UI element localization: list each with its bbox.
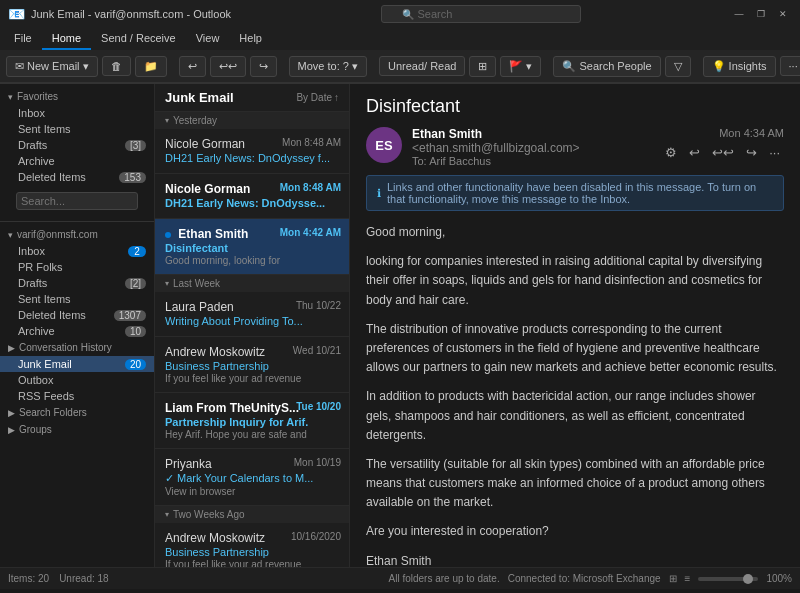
sidebar-item-inbox[interactable]: Inbox 2 — [0, 243, 154, 259]
flag-button[interactable]: 🚩 ▾ — [500, 56, 541, 77]
groups-header[interactable]: ▶ Groups — [0, 421, 154, 438]
sidebar-item-deleted[interactable]: Deleted Items 1307 — [0, 307, 154, 323]
tab-help[interactable]: Help — [229, 28, 272, 50]
sidebar-item-drafts[interactable]: Drafts [2] — [0, 275, 154, 291]
email-item-selected[interactable]: Ethan Smith Disinfectant Good morning, l… — [155, 219, 349, 275]
date-group-yesterday[interactable]: ▾ Yesterday — [155, 112, 349, 129]
email-header-card: ES Ethan Smith <ethan.smith@fullbizgoal.… — [366, 127, 784, 167]
tab-send-receive[interactable]: Send / Receive — [91, 28, 186, 50]
reply-icon: ↩ — [188, 60, 197, 73]
window-controls: — ❐ ✕ — [730, 7, 792, 21]
titlebar-text: Junk Email - varif@onmsft.com - Outlook — [31, 8, 231, 20]
email-item[interactable]: Laura Paden Writing About Providing To..… — [155, 292, 349, 337]
reading-pane: Disinfectant ES Ethan Smith <ethan.smith… — [350, 84, 800, 567]
filter-icon: ▽ — [674, 60, 682, 73]
ribbon-tabs: File Home Send / Receive View Help — [0, 28, 800, 50]
connection-status: Connected to: Microsoft Exchange — [508, 573, 661, 584]
reply-button[interactable]: ↩ — [179, 56, 206, 77]
email-body: Good morning, looking for companies inte… — [366, 223, 784, 567]
sort-arrow-icon: ↑ — [334, 92, 339, 103]
sidebar-item-archive-fav[interactable]: Archive — [0, 153, 154, 169]
toolbar-settings-button[interactable]: ⚙ — [661, 143, 681, 162]
account-header[interactable]: ▾ varif@onmsft.com — [0, 226, 154, 243]
delete-button[interactable]: 🗑 — [102, 56, 131, 76]
filter-button[interactable]: ▽ — [665, 56, 691, 77]
ribbon-buttons: ✉ New Email ▾ 🗑 📁 ↩ ↩↩ ↪ Move to: ? ▾ Un… — [0, 50, 800, 83]
groups-chevron-icon: ▶ — [8, 425, 15, 435]
zoom-slider[interactable] — [698, 577, 758, 581]
restore-button[interactable]: ❐ — [752, 7, 770, 21]
forward-icon: ↪ — [259, 60, 268, 73]
toolbar-more-button[interactable]: ··· — [765, 143, 784, 162]
archive-button[interactable]: 📁 — [135, 56, 167, 77]
email-list-title: Junk Email — [165, 90, 234, 105]
sidebar-item-sent[interactable]: Sent Items — [0, 291, 154, 307]
favorites-header[interactable]: ▾ Favorites — [0, 88, 154, 105]
date-group-twoweeks[interactable]: ▾ Two Weeks Ago — [155, 506, 349, 523]
email-item[interactable]: Liam From TheUnityS... Partnership Inqui… — [155, 393, 349, 449]
titlebar: 📧 Junk Email - varif@onmsft.com - Outloo… — [0, 0, 800, 28]
categorize-icon: ⊞ — [478, 60, 487, 73]
forward-button[interactable]: ↪ — [250, 56, 277, 77]
search-people-button[interactable]: 🔍 Search People — [553, 56, 660, 77]
email-item[interactable]: Andrew Moskowitz Business Partnership If… — [155, 523, 349, 567]
archive-badge: 10 — [125, 326, 146, 337]
reply-all-button[interactable]: ↩↩ — [210, 56, 246, 77]
move-to-button[interactable]: Move to: ? ▾ — [289, 56, 367, 77]
sidebar-item-drafts-fav[interactable]: Drafts [3] — [0, 137, 154, 153]
sidebar-item-pr-folks[interactable]: PR Folks — [0, 259, 154, 275]
sidebar-item-deleted-fav[interactable]: Deleted Items 153 — [0, 169, 154, 185]
sidebar-search-input[interactable] — [16, 192, 138, 210]
categorize-button[interactable]: ⊞ — [469, 56, 496, 77]
sync-status: All folders are up to date. — [389, 573, 500, 584]
conv-history-header[interactable]: ▶ Conversation History — [0, 339, 154, 356]
sidebar-item-sent-fav[interactable]: Sent Items — [0, 121, 154, 137]
email-item[interactable]: Nicole Gorman DH21 Early News: DnOdysse.… — [155, 174, 349, 219]
close-button[interactable]: ✕ — [774, 7, 792, 21]
insights-button[interactable]: 💡 Insights — [703, 56, 776, 77]
email-item[interactable]: Priyanka ✓ Mark Your Calendars to M... V… — [155, 449, 349, 506]
toolbar-forward-button[interactable]: ↪ — [742, 143, 761, 162]
search-box[interactable]: 🔍 Search — [381, 5, 581, 23]
search-icon: 🔍 — [402, 9, 414, 20]
status-right: All folders are up to date. Connected to… — [389, 573, 792, 584]
new-email-button[interactable]: ✉ New Email ▾ — [6, 56, 98, 77]
toolbar-reply-button[interactable]: ↩ — [685, 143, 704, 162]
email-item[interactable]: Andrew Moskowitz Business Partnership If… — [155, 337, 349, 393]
email-list: Junk Email By Date ↑ ▾ Yesterday Nicole … — [155, 84, 350, 567]
sidebar-item-rss[interactable]: RSS Feeds — [0, 388, 154, 404]
sidebar-item-junk[interactable]: Junk Email 20 — [0, 356, 154, 372]
sidebar-item-inbox-fav[interactable]: Inbox — [0, 105, 154, 121]
tab-view[interactable]: View — [186, 28, 230, 50]
delete-icon: 🗑 — [111, 60, 122, 72]
search-people-icon: 🔍 — [562, 60, 576, 73]
sidebar-item-archive[interactable]: Archive 10 — [0, 323, 154, 339]
reply-all-icon: ↩↩ — [219, 60, 237, 73]
info-icon: ℹ — [377, 187, 381, 200]
minimize-button[interactable]: — — [730, 7, 748, 21]
sort-button[interactable]: By Date ↑ — [296, 92, 339, 103]
flag-icon: 🚩 — [509, 60, 523, 73]
toolbar-reply-all-button[interactable]: ↩↩ — [708, 143, 738, 162]
unread-read-button[interactable]: Unread/ Read — [379, 56, 466, 76]
conv-chevron-icon: ▶ — [8, 343, 15, 353]
tab-home[interactable]: Home — [42, 28, 91, 50]
view-icon: ⊞ — [669, 573, 677, 584]
email-subject: Disinfectant — [366, 96, 784, 117]
reading-toolbar: ⚙ ↩ ↩↩ ↪ ··· — [661, 143, 784, 162]
avatar: ES — [366, 127, 402, 163]
zoom-level: 100% — [766, 573, 792, 584]
status-unread: Unread: 18 — [59, 573, 108, 584]
inbox-badge: 2 — [128, 246, 146, 257]
zoom-thumb — [743, 574, 753, 584]
search-folders-header[interactable]: ▶ Search Folders — [0, 404, 154, 421]
email-to: To: Arif Bacchus — [412, 155, 651, 167]
email-item[interactable]: Nicole Gorman DH21 Early News: DnOdyssey… — [155, 129, 349, 174]
date-group-lastweek[interactable]: ▾ Last Week — [155, 275, 349, 292]
tab-file[interactable]: File — [4, 28, 42, 50]
statusbar: Items: 20 Unread: 18 All folders are up … — [0, 567, 800, 589]
sidebar-item-outbox[interactable]: Outbox — [0, 372, 154, 388]
email-from: Ethan Smith <ethan.smith@fullbizgoal.com… — [412, 127, 651, 155]
more-button[interactable]: ··· — [780, 56, 800, 76]
deleted-badge: 1307 — [114, 310, 146, 321]
